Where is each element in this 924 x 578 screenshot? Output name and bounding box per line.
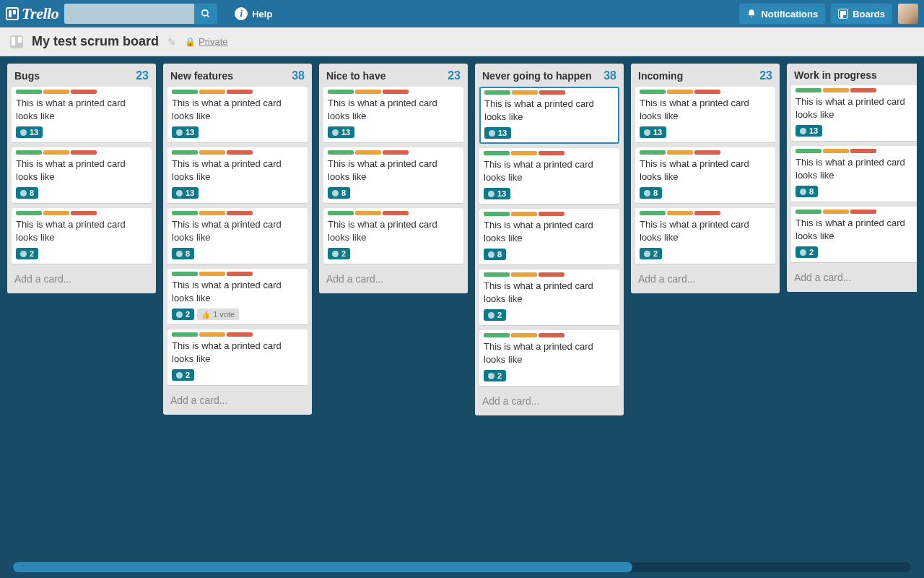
card[interactable]: This is what a printed card looks like8 — [12, 147, 152, 204]
list: Bugs23This is what a printed card looks … — [7, 64, 156, 293]
cards: This is what a printed card looks like13… — [167, 87, 308, 390]
board-icon — [10, 35, 23, 48]
points-value: 8 — [497, 250, 502, 259]
pencil-icon[interactable]: ✎ — [167, 36, 176, 48]
label-red — [71, 211, 97, 215]
scrollbar-thumb[interactable] — [13, 562, 632, 572]
card[interactable]: This is what a printed card looks like13 — [323, 87, 463, 143]
card-labels — [172, 150, 303, 155]
card[interactable]: This is what a printed card looks like13 — [635, 87, 775, 143]
help-label: Help — [252, 9, 272, 20]
search-input[interactable] — [64, 4, 194, 24]
card[interactable]: This is what a printed card looks like2 — [635, 208, 775, 264]
card-labels — [16, 150, 147, 155]
board-title[interactable]: My test scrum board — [32, 34, 159, 49]
label-red — [694, 211, 720, 215]
points-value: 8 — [30, 189, 34, 197]
points-badge: 13 — [640, 126, 666, 138]
help-link[interactable]: i Help — [235, 7, 272, 20]
label-orange — [511, 272, 537, 277]
points-value: 13 — [186, 189, 194, 197]
card[interactable]: This is what a printed card looks like2 — [479, 269, 619, 326]
user-avatar[interactable] — [898, 4, 918, 24]
task-icon — [800, 249, 806, 256]
list-header[interactable]: New features38 — [167, 68, 308, 87]
card[interactable]: This is what a printed card looks like13 — [12, 87, 152, 143]
label-red — [227, 272, 253, 276]
boards-button[interactable]: Boards — [831, 4, 892, 24]
points-badge: 8 — [796, 186, 818, 197]
card[interactable]: This is what a printed card looks like13 — [167, 147, 308, 204]
label-red — [850, 149, 876, 153]
label-green — [16, 90, 42, 94]
card-badges: 2 — [172, 369, 303, 381]
label-red — [694, 150, 720, 155]
points-value: 13 — [497, 189, 506, 198]
card-text: This is what a printed card looks like — [484, 219, 615, 244]
card[interactable]: This is what a printed card looks like2 — [12, 208, 152, 264]
task-icon — [332, 129, 339, 136]
card[interactable]: This is what a printed card looks like13 — [479, 87, 619, 144]
card[interactable]: This is what a printed card looks like13 — [791, 85, 917, 142]
points-value: 2 — [341, 249, 346, 258]
label-green — [328, 150, 354, 155]
cards: This is what a printed card looks like13… — [479, 87, 619, 391]
privacy-toggle[interactable]: 🔒 Private — [185, 36, 227, 47]
card[interactable]: This is what a printed card looks like8 — [167, 208, 308, 264]
list-header[interactable]: Bugs23 — [12, 68, 152, 87]
list-header[interactable]: Work in progress — [791, 68, 917, 85]
task-icon — [20, 190, 27, 197]
card-badges: 8 — [16, 187, 147, 199]
task-icon — [488, 251, 494, 258]
label-orange — [355, 211, 381, 215]
card[interactable]: This is what a printed card looks like2👍… — [167, 269, 308, 325]
card-badges: 2 — [640, 248, 771, 259]
card[interactable]: This is what a printed card looks like8 — [635, 147, 775, 204]
card[interactable]: This is what a printed card looks like2 — [791, 207, 917, 263]
board-canvas: Bugs23This is what a printed card looks … — [0, 56, 924, 578]
points-badge: 13 — [16, 126, 43, 138]
card[interactable]: This is what a printed card looks like8 — [479, 209, 619, 265]
card-text: This is what a printed card looks like — [796, 95, 917, 121]
add-card-link[interactable]: Add a card... — [635, 269, 775, 289]
label-orange — [355, 90, 381, 94]
card[interactable]: This is what a printed card looks like13 — [167, 87, 308, 143]
label-red — [71, 150, 97, 155]
card-text: This is what a printed card looks like — [484, 158, 615, 184]
search-button[interactable] — [194, 4, 217, 24]
card-labels — [484, 333, 615, 337]
label-green — [172, 332, 198, 337]
label-red — [850, 88, 876, 92]
points-value: 2 — [497, 371, 502, 380]
list-header[interactable]: Nice to have23 — [323, 68, 463, 87]
points-badge: 2 — [484, 309, 506, 321]
task-icon — [644, 251, 650, 257]
points-value: 13 — [341, 128, 350, 137]
card[interactable]: This is what a printed card looks like2 — [479, 330, 619, 387]
logo[interactable]: Trello — [6, 4, 58, 23]
horizontal-scrollbar[interactable] — [13, 562, 911, 572]
lists-container: Bugs23This is what a printed card looks … — [7, 64, 917, 565]
add-card-link[interactable]: Add a card... — [167, 390, 308, 410]
points-badge: 13 — [484, 127, 511, 139]
card[interactable]: This is what a printed card looks like13 — [479, 148, 619, 204]
add-card-link[interactable]: Add a card... — [12, 269, 152, 289]
add-card-link[interactable]: Add a card... — [791, 267, 917, 288]
info-icon: i — [235, 7, 248, 20]
card-text: This is what a printed card looks like — [640, 218, 771, 243]
card[interactable]: This is what a printed card looks like2 — [323, 208, 463, 264]
cards: This is what a printed card looks like13… — [12, 87, 152, 269]
label-green — [796, 88, 821, 92]
label-orange — [823, 149, 849, 153]
card[interactable]: This is what a printed card looks like8 — [791, 146, 917, 202]
add-card-link[interactable]: Add a card... — [479, 391, 619, 411]
notifications-button[interactable]: Notifications — [739, 4, 825, 24]
card[interactable]: This is what a printed card looks like8 — [323, 147, 463, 204]
card[interactable]: This is what a printed card looks like2 — [167, 329, 308, 386]
list-header[interactable]: Incoming23 — [635, 68, 775, 87]
label-orange — [199, 272, 225, 276]
add-card-link[interactable]: Add a card... — [323, 269, 463, 289]
label-orange — [199, 332, 225, 337]
list-title: Work in progress — [794, 69, 917, 81]
list-header[interactable]: Never going to happen38 — [479, 68, 619, 87]
